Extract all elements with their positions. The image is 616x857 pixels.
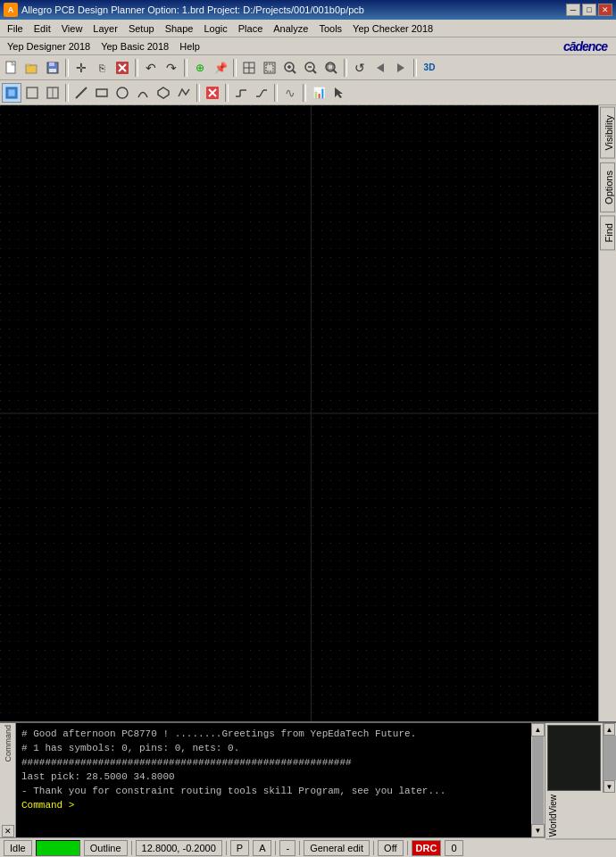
cut-btn[interactable] (203, 83, 222, 103)
menu-layer[interactable]: Layer (87, 21, 123, 36)
console-scrollbar[interactable]: ▲ ▼ (531, 723, 545, 837)
svg-line-43 (260, 90, 263, 96)
status-div-6 (407, 841, 408, 855)
svg-rect-0 (6, 62, 15, 73)
svg-line-20 (313, 70, 317, 73)
options-tab[interactable]: Options (600, 162, 615, 212)
visibility-tab[interactable]: Visibility (600, 107, 615, 159)
drc-label: DRC (412, 840, 442, 856)
snap-btn[interactable]: ⊕ (190, 58, 210, 78)
menu-logic[interactable]: Logic (198, 21, 232, 36)
wave-btn[interactable]: ∿ (280, 83, 300, 103)
status-div-1 (131, 841, 132, 855)
pin-btn[interactable]: 📌 (211, 58, 230, 78)
sep-6 (413, 59, 417, 77)
zoom-box-btn[interactable] (260, 58, 279, 78)
app-icon: A (4, 3, 18, 17)
title-buttons[interactable]: ─ □ ✕ (566, 4, 612, 16)
line-btn[interactable] (71, 83, 91, 103)
console-scroll-down-btn[interactable]: ▼ (531, 824, 545, 837)
menu-tools[interactable]: Tools (313, 21, 347, 36)
maximize-btn[interactable]: □ (582, 4, 596, 16)
menu-analyze[interactable]: Analyze (268, 21, 313, 36)
console-output: # Good afternoon PC8770 ! ........Greeti… (16, 723, 531, 837)
zoom-out-btn[interactable] (301, 58, 320, 78)
select-active-btn[interactable] (2, 83, 21, 103)
sep-1 (65, 59, 69, 77)
path-btn[interactable] (174, 83, 194, 103)
zoom-area-btn[interactable] (321, 58, 341, 78)
next-view-btn[interactable] (391, 58, 411, 78)
canvas-area[interactable] (0, 105, 598, 721)
svg-rect-2 (26, 65, 37, 73)
open-btn[interactable] (22, 58, 42, 78)
worldview-container: ▲ ▼ (545, 723, 616, 793)
console-scroll-up-btn[interactable]: ▲ (531, 723, 545, 736)
console-clear-btn[interactable]: ✕ (2, 825, 14, 837)
cadence-logo: cādence (563, 39, 614, 54)
worldview-scroll-track[interactable] (604, 736, 616, 780)
idle-indicator (36, 840, 80, 856)
save-btn[interactable] (43, 58, 62, 78)
console-area: Command ✕ # Good afternoon PC8770 ! ....… (0, 721, 616, 837)
menu-view[interactable]: View (56, 21, 88, 36)
move-btn[interactable]: ✛ (71, 58, 91, 78)
copy-btn[interactable]: ⎘ (92, 58, 112, 78)
zoom-fit-btn[interactable] (239, 58, 259, 78)
menu-bar-2: Yep Designer 2018 Yep Basic 2018 Help cā… (0, 37, 616, 55)
sep2-5 (303, 84, 306, 102)
coordinates: 12.8000, -0.2000 (136, 840, 222, 856)
delete-btn[interactable] (112, 58, 132, 78)
3d-btn[interactable]: 3D (420, 58, 439, 78)
svg-point-34 (117, 87, 128, 98)
menu-help[interactable]: Help (174, 39, 205, 54)
console-scroll-track[interactable] (532, 736, 544, 824)
redraw-btn[interactable]: ↺ (350, 58, 370, 78)
menu-place[interactable]: Place (233, 21, 269, 36)
redo-btn[interactable]: ↷ (162, 58, 181, 78)
svg-line-32 (76, 87, 87, 98)
select3-btn[interactable] (43, 83, 62, 103)
dash-label: - (279, 840, 296, 856)
cursor-btn[interactable] (329, 83, 349, 103)
route2-btn[interactable] (252, 83, 271, 103)
route-btn[interactable] (231, 83, 251, 103)
zoom-in-btn[interactable] (280, 58, 300, 78)
worldview-scroll-up[interactable]: ▲ (604, 723, 615, 736)
menu-setup[interactable]: Setup (123, 21, 160, 36)
worldview-label: WorldView (545, 793, 616, 839)
close-btn[interactable]: ✕ (598, 4, 612, 16)
arc-btn[interactable] (133, 83, 153, 103)
minimize-btn[interactable]: ─ (566, 4, 580, 16)
sep2-4 (274, 84, 278, 102)
sep2-3 (225, 84, 229, 102)
menu-yep-basic[interactable]: Yep Basic 2018 (96, 39, 174, 54)
chart-btn[interactable]: 📊 (309, 83, 329, 103)
svg-rect-29 (27, 87, 37, 98)
menu-shape[interactable]: Shape (160, 21, 199, 36)
svg-rect-14 (266, 64, 273, 71)
worldview-scrollbar[interactable]: ▲ ▼ (603, 723, 616, 793)
prev-view-btn[interactable] (370, 58, 390, 78)
rect-btn[interactable] (92, 83, 112, 103)
status-div-3 (275, 841, 276, 855)
sep-2 (135, 59, 138, 77)
find-tab[interactable]: Find (600, 215, 615, 250)
menu-yep-checker[interactable]: Yep Checker 2018 (347, 21, 438, 36)
undo-btn[interactable]: ↶ (141, 58, 161, 78)
sep-4 (233, 59, 237, 77)
menu-file[interactable]: File (2, 21, 29, 36)
worldview-scroll-down[interactable]: ▼ (604, 780, 615, 793)
console-command-prompt[interactable]: Command > (21, 798, 526, 812)
menu-edit[interactable]: Edit (29, 21, 56, 36)
svg-rect-28 (8, 89, 15, 96)
circle-btn[interactable] (112, 83, 132, 103)
sep-3 (184, 59, 187, 77)
polygon-btn[interactable] (154, 83, 173, 103)
sep-5 (344, 59, 347, 77)
status-bar: Idle Outline 12.8000, -0.2000 P A - Gene… (0, 837, 616, 857)
new-btn[interactable] (2, 58, 21, 78)
select2-btn[interactable] (22, 83, 42, 103)
menu-yep-designer[interactable]: Yep Designer 2018 (2, 39, 96, 54)
edit-mode: General edit (304, 840, 370, 856)
